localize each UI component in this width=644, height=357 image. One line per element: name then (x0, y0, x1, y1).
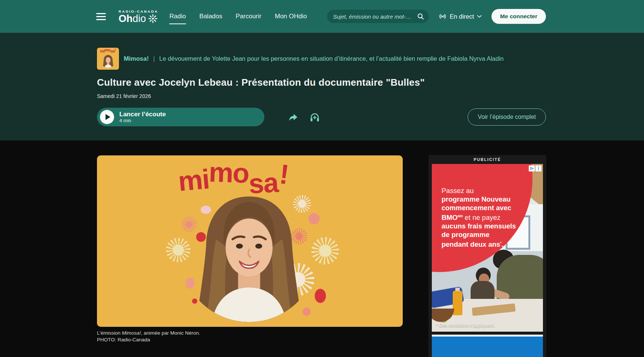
play-button[interactable]: Lancer l’écoute 4 min (97, 108, 264, 126)
ad-copy: Passez au programme Nouveau commencement… (442, 186, 516, 249)
host-portrait-mini (101, 54, 115, 68)
episode-hero: mimosa! Mimosa! | Le (0, 33, 644, 140)
show-thumbnail[interactable]: mimosa! (97, 48, 119, 70)
search-icon[interactable] (417, 13, 424, 20)
nav-balados[interactable]: Balados (200, 13, 222, 20)
ad-sidebar: PUBLICITÉ (428, 155, 546, 357)
headphones-plus-icon (309, 111, 320, 123)
add-to-listen-list-button[interactable] (309, 111, 320, 123)
main-content: mimosa! (0, 140, 644, 357)
page: RADIO-CANADA Ohdio Radio Balados Parcour… (0, 0, 644, 357)
ohdio-logo[interactable]: RADIO-CANADA Ohdio (119, 9, 158, 24)
login-button[interactable]: Me connecter (491, 9, 546, 24)
brand-radio-canada: RADIO-CANADA (119, 9, 158, 13)
nav-radio[interactable]: Radio (169, 13, 186, 20)
host-portrait (180, 184, 318, 322)
nav-parcourir[interactable]: Parcourir (236, 13, 261, 20)
live-button[interactable]: En direct (439, 12, 482, 20)
hero-actions: Lancer l’écoute 4 min Voir l’épisode com… (97, 107, 546, 127)
ad-conditions: * Des conditions s’appliquent. (436, 323, 495, 328)
ad-label: PUBLICITÉ (428, 157, 546, 162)
episode-duration: 4 min (119, 118, 166, 123)
search-box[interactable] (327, 10, 429, 23)
ad-menu-dots-icon[interactable] (535, 165, 541, 171)
thumbnail-logo: mimosa! (97, 49, 119, 53)
caption-photo-credit: PHOTO: Radio-Canada (97, 337, 200, 343)
menu-icon (96, 13, 106, 14)
second-ad-banner[interactable] (432, 335, 543, 357)
brand-dio: dio (133, 14, 146, 24)
radio-canada-gem-icon (148, 14, 158, 23)
chevron-down-icon (477, 15, 482, 18)
menu-button[interactable] (96, 13, 106, 20)
live-label: En direct (450, 13, 474, 20)
play-circle (100, 110, 114, 124)
top-navbar: RADIO-CANADA Ohdio Radio Balados Parcour… (0, 0, 644, 33)
search-input[interactable] (333, 13, 417, 20)
artwork-caption: L’émission Mimosa!, animée par Monic Nér… (97, 330, 200, 343)
breadcrumb-separator: | (153, 56, 155, 62)
nav-mon-ohdio[interactable]: Mon OHdio (275, 13, 307, 20)
show-artwork: mimosa! (97, 155, 403, 327)
caption-show-name: Mimosa! (122, 330, 141, 336)
page-title: Culture avec Jocelyn Lebeau : Présentati… (97, 77, 425, 88)
breadcrumb: mimosa! Mimosa! | Le (97, 48, 546, 70)
main-nav: Radio Balados Parcourir Mon OHdio (169, 13, 307, 20)
share-button[interactable] (288, 112, 299, 122)
episode-date: Samedi 21 février 2026 (97, 93, 151, 99)
share-icon (288, 112, 299, 122)
live-broadcast-icon (439, 12, 447, 20)
breadcrumb-show-link[interactable]: Mimosa! (124, 55, 149, 62)
caption-text: L’émission (97, 330, 122, 336)
bmo-ad-banner[interactable]: Passez au programme Nouveau commencement… (432, 164, 543, 332)
play-label: Lancer l’écoute (119, 111, 166, 118)
brand-oh: Oh (119, 14, 133, 24)
breadcrumb-episode-link[interactable]: Le dévouement de Yolette Jean pour les p… (159, 55, 504, 62)
view-full-episode-button[interactable]: Voir l’épisode complet (468, 108, 546, 126)
play-icon (106, 114, 110, 120)
adchoices-icon[interactable] (529, 165, 535, 171)
